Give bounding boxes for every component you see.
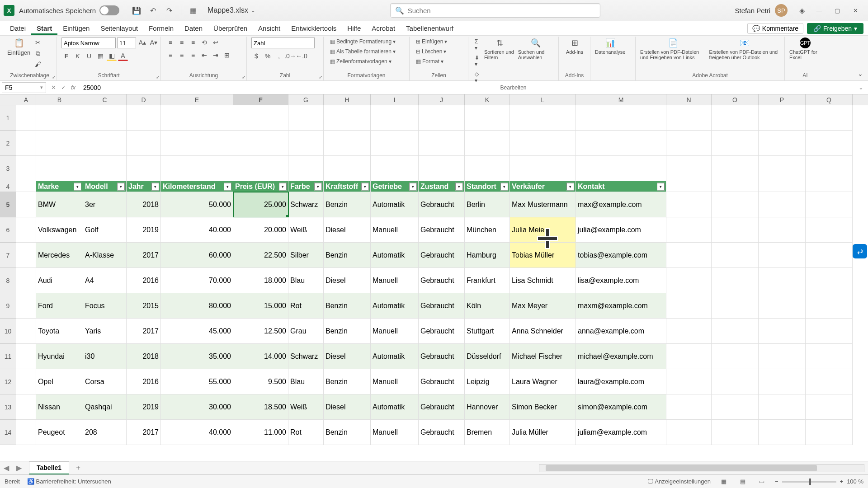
filter-icon[interactable]: ▾	[409, 183, 417, 190]
formula-input[interactable]	[80, 82, 856, 93]
menu-tab-entwicklertools[interactable]: Entwicklertools	[286, 22, 342, 35]
cell[interactable]	[666, 293, 712, 319]
sheet-tab[interactable]: Tabelle1	[29, 461, 69, 474]
decimal-decrease-icon[interactable]: ←.0	[297, 51, 307, 61]
cell[interactable]: 14.000	[233, 344, 288, 369]
fill-color-icon[interactable]: ◧	[107, 51, 117, 61]
cell[interactable]	[16, 268, 36, 293]
indent-increase-icon[interactable]: ⇥	[211, 50, 221, 60]
cell[interactable]	[806, 268, 853, 293]
cell[interactable]: julia@example.com	[576, 217, 666, 243]
normal-view-icon[interactable]: ▦	[718, 477, 730, 487]
row-header[interactable]: 14	[0, 420, 16, 445]
menu-tab-seitenlayout[interactable]: Seitenlayout	[95, 22, 143, 35]
decrease-font-icon[interactable]: A▾	[149, 38, 159, 47]
cell[interactable]: 80.000	[161, 293, 233, 319]
cell[interactable]: 12.500	[233, 319, 288, 344]
cell[interactable]	[666, 369, 712, 394]
cell[interactable]	[712, 105, 759, 131]
cell[interactable]: 2019	[127, 394, 161, 420]
table-header-cell[interactable]: Modell▾	[83, 181, 127, 192]
cell[interactable]: Tobias Müller	[510, 243, 576, 268]
cell[interactable]: Audi	[36, 268, 83, 293]
filter-icon[interactable]: ▾	[279, 183, 287, 190]
filter-icon[interactable]: ▾	[74, 183, 81, 190]
cell[interactable]: Michael Fischer	[510, 344, 576, 369]
cell[interactable]	[371, 105, 419, 131]
cell[interactable]: Automatik	[371, 243, 419, 268]
cell[interactable]: 9.500	[233, 369, 288, 394]
filter-icon[interactable]: ▾	[151, 183, 159, 190]
cell[interactable]: lisa@example.com	[576, 268, 666, 293]
cell[interactable]	[16, 344, 36, 369]
cell[interactable]: Gebraucht	[419, 369, 465, 394]
cell-styles-button[interactable]: ▦ Zellenformatvorlagen ▾	[328, 57, 397, 66]
column-header-M[interactable]: M	[576, 94, 666, 105]
cell[interactable]: 2018	[127, 192, 161, 217]
cell[interactable]: Manuell	[371, 217, 419, 243]
cell[interactable]: Gebraucht	[419, 192, 465, 217]
cell[interactable]	[324, 156, 371, 181]
table-header-cell[interactable]	[666, 181, 712, 192]
scrollbar-thumb[interactable]	[546, 465, 817, 471]
table-header-cell[interactable]: Farbe▾	[288, 181, 324, 192]
cell[interactable]: Max Mustermann	[510, 192, 576, 217]
share-button[interactable]: 🔗 Freigeben ▾	[807, 23, 863, 34]
row-header[interactable]: 1	[0, 105, 16, 131]
chevron-down-icon[interactable]: ⌄	[251, 7, 255, 14]
cell[interactable]: Benzin	[324, 369, 371, 394]
close-button[interactable]: ✕	[846, 4, 864, 17]
column-header-D[interactable]: D	[127, 94, 161, 105]
filter-icon[interactable]: ▾	[361, 183, 369, 190]
cell[interactable]: Weiß	[288, 394, 324, 420]
cell[interactable]: Lisa Schmidt	[510, 268, 576, 293]
cell[interactable]: Qashqai	[83, 394, 127, 420]
cell[interactable]: Diesel	[324, 217, 371, 243]
cell[interactable]: 2017	[127, 420, 161, 445]
format-painter-icon[interactable]: 🖌	[33, 59, 43, 69]
cell[interactable]	[712, 268, 759, 293]
cell[interactable]: Diesel	[324, 344, 371, 369]
filter-icon[interactable]: ▾	[657, 183, 665, 190]
cell[interactable]	[16, 394, 36, 420]
cell[interactable]	[36, 105, 83, 131]
cell[interactable]: 2017	[127, 243, 161, 268]
copy-icon[interactable]: ⧉	[33, 48, 43, 58]
cell[interactable]	[666, 105, 712, 131]
cell[interactable]: Yaris	[83, 319, 127, 344]
cell[interactable]	[666, 394, 712, 420]
cell[interactable]: Nissan	[36, 394, 83, 420]
cell[interactable]	[806, 420, 853, 445]
cell[interactable]	[371, 156, 419, 181]
cell[interactable]: 45.000	[161, 319, 233, 344]
cell[interactable]: Weiß	[288, 217, 324, 243]
align-bottom-icon[interactable]: ≡	[188, 38, 198, 47]
cell[interactable]: Manuell	[371, 420, 419, 445]
cell[interactable]	[83, 156, 127, 181]
increase-font-icon[interactable]: A▴	[137, 38, 147, 47]
cell[interactable]: 15.000	[233, 293, 288, 319]
collapse-ribbon-icon[interactable]: ⌄	[855, 69, 865, 79]
cell[interactable]: 30.000	[161, 394, 233, 420]
cell[interactable]	[759, 243, 806, 268]
next-sheet-icon[interactable]: ▶	[13, 462, 25, 474]
column-header-G[interactable]: G	[288, 94, 324, 105]
cell[interactable]: Corsa	[83, 369, 127, 394]
cell[interactable]	[666, 344, 712, 369]
menu-tab-überprüfen[interactable]: Überprüfen	[208, 22, 253, 35]
cell[interactable]: Hyundai	[36, 344, 83, 369]
cell[interactable]	[36, 131, 83, 156]
cell[interactable]: 3er	[83, 192, 127, 217]
fx-icon[interactable]: fx	[69, 83, 78, 92]
row-header[interactable]: 13	[0, 394, 16, 420]
cell[interactable]: 2015	[127, 293, 161, 319]
cell[interactable]	[16, 192, 36, 217]
table-header-cell[interactable]: Preis (EUR)▾	[233, 181, 288, 192]
cell[interactable]	[16, 293, 36, 319]
align-center-icon[interactable]: ≡	[177, 50, 187, 60]
cell[interactable]: juliam@example.com	[576, 420, 666, 445]
table-header-cell[interactable]	[712, 181, 759, 192]
cell[interactable]: Stuttgart	[465, 319, 510, 344]
cell[interactable]: Volkswagen	[36, 217, 83, 243]
cell[interactable]	[576, 105, 666, 131]
